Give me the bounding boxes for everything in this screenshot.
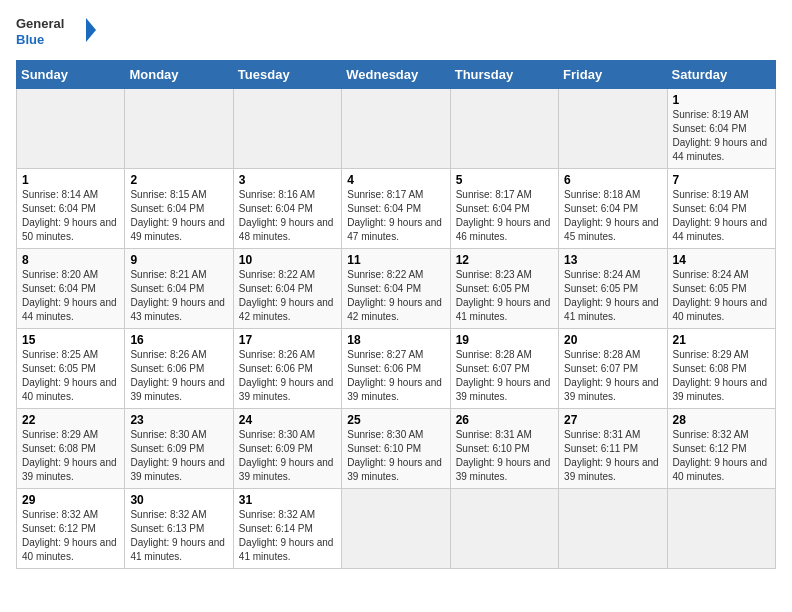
- day-number: 27: [564, 413, 661, 427]
- header: General Blue: [16, 12, 776, 52]
- day-number: 29: [22, 493, 119, 507]
- day-number: 15: [22, 333, 119, 347]
- day-number: 26: [456, 413, 553, 427]
- svg-text:Blue: Blue: [16, 32, 44, 47]
- day-number: 3: [239, 173, 336, 187]
- day-info: Sunrise: 8:30 AMSunset: 6:09 PMDaylight:…: [239, 429, 334, 482]
- calendar-cell: 3Sunrise: 8:16 AMSunset: 6:04 PMDaylight…: [233, 169, 341, 249]
- day-info: Sunrise: 8:24 AMSunset: 6:05 PMDaylight:…: [564, 269, 659, 322]
- calendar-cell: 18Sunrise: 8:27 AMSunset: 6:06 PMDayligh…: [342, 329, 450, 409]
- calendar-cell: 28Sunrise: 8:32 AMSunset: 6:12 PMDayligh…: [667, 409, 775, 489]
- week-row-1: 1Sunrise: 8:14 AMSunset: 6:04 PMDaylight…: [17, 169, 776, 249]
- calendar-cell: [667, 489, 775, 569]
- day-info: Sunrise: 8:26 AMSunset: 6:06 PMDaylight:…: [130, 349, 225, 402]
- day-info: Sunrise: 8:30 AMSunset: 6:10 PMDaylight:…: [347, 429, 442, 482]
- calendar-cell: 23Sunrise: 8:30 AMSunset: 6:09 PMDayligh…: [125, 409, 233, 489]
- day-number: 1: [22, 173, 119, 187]
- calendar-cell: 5Sunrise: 8:17 AMSunset: 6:04 PMDaylight…: [450, 169, 558, 249]
- calendar-cell: 8Sunrise: 8:20 AMSunset: 6:04 PMDaylight…: [17, 249, 125, 329]
- calendar-cell: 31Sunrise: 8:32 AMSunset: 6:14 PMDayligh…: [233, 489, 341, 569]
- calendar-cell: [450, 89, 558, 169]
- day-number: 24: [239, 413, 336, 427]
- day-info: Sunrise: 8:20 AMSunset: 6:04 PMDaylight:…: [22, 269, 117, 322]
- col-header-friday: Friday: [559, 61, 667, 89]
- day-number: 21: [673, 333, 770, 347]
- day-number: 7: [673, 173, 770, 187]
- calendar-cell: 2Sunrise: 8:15 AMSunset: 6:04 PMDaylight…: [125, 169, 233, 249]
- week-row-5: 29Sunrise: 8:32 AMSunset: 6:12 PMDayligh…: [17, 489, 776, 569]
- day-number: 31: [239, 493, 336, 507]
- calendar-cell: [125, 89, 233, 169]
- day-info: Sunrise: 8:22 AMSunset: 6:04 PMDaylight:…: [347, 269, 442, 322]
- day-info: Sunrise: 8:15 AMSunset: 6:04 PMDaylight:…: [130, 189, 225, 242]
- day-number: 19: [456, 333, 553, 347]
- day-info: Sunrise: 8:29 AMSunset: 6:08 PMDaylight:…: [673, 349, 768, 402]
- col-header-monday: Monday: [125, 61, 233, 89]
- calendar-cell: [233, 89, 341, 169]
- calendar-cell: 16Sunrise: 8:26 AMSunset: 6:06 PMDayligh…: [125, 329, 233, 409]
- day-number: 10: [239, 253, 336, 267]
- calendar-cell: 29Sunrise: 8:32 AMSunset: 6:12 PMDayligh…: [17, 489, 125, 569]
- day-number: 11: [347, 253, 444, 267]
- day-info: Sunrise: 8:31 AMSunset: 6:11 PMDaylight:…: [564, 429, 659, 482]
- calendar-cell: 27Sunrise: 8:31 AMSunset: 6:11 PMDayligh…: [559, 409, 667, 489]
- day-info: Sunrise: 8:14 AMSunset: 6:04 PMDaylight:…: [22, 189, 117, 242]
- day-number: 12: [456, 253, 553, 267]
- day-info: Sunrise: 8:32 AMSunset: 6:14 PMDaylight:…: [239, 509, 334, 562]
- col-header-sunday: Sunday: [17, 61, 125, 89]
- day-info: Sunrise: 8:27 AMSunset: 6:06 PMDaylight:…: [347, 349, 442, 402]
- calendar-cell: 9Sunrise: 8:21 AMSunset: 6:04 PMDaylight…: [125, 249, 233, 329]
- day-info: Sunrise: 8:22 AMSunset: 6:04 PMDaylight:…: [239, 269, 334, 322]
- day-info: Sunrise: 8:24 AMSunset: 6:05 PMDaylight:…: [673, 269, 768, 322]
- calendar-cell: 30Sunrise: 8:32 AMSunset: 6:13 PMDayligh…: [125, 489, 233, 569]
- day-info: Sunrise: 8:16 AMSunset: 6:04 PMDaylight:…: [239, 189, 334, 242]
- day-number: 28: [673, 413, 770, 427]
- svg-text:General: General: [16, 16, 64, 31]
- calendar-cell: [559, 89, 667, 169]
- day-number: 30: [130, 493, 227, 507]
- day-number: 9: [130, 253, 227, 267]
- calendar-cell: [17, 89, 125, 169]
- calendar-cell: 15Sunrise: 8:25 AMSunset: 6:05 PMDayligh…: [17, 329, 125, 409]
- calendar-table: SundayMondayTuesdayWednesdayThursdayFrid…: [16, 60, 776, 569]
- calendar-cell: 11Sunrise: 8:22 AMSunset: 6:04 PMDayligh…: [342, 249, 450, 329]
- day-info: Sunrise: 8:23 AMSunset: 6:05 PMDaylight:…: [456, 269, 551, 322]
- calendar-cell: 12Sunrise: 8:23 AMSunset: 6:05 PMDayligh…: [450, 249, 558, 329]
- logo-svg: General Blue: [16, 12, 96, 52]
- day-number: 17: [239, 333, 336, 347]
- calendar-header-row: SundayMondayTuesdayWednesdayThursdayFrid…: [17, 61, 776, 89]
- week-row-3: 15Sunrise: 8:25 AMSunset: 6:05 PMDayligh…: [17, 329, 776, 409]
- day-number: 5: [456, 173, 553, 187]
- calendar-cell: 13Sunrise: 8:24 AMSunset: 6:05 PMDayligh…: [559, 249, 667, 329]
- day-info: Sunrise: 8:28 AMSunset: 6:07 PMDaylight:…: [456, 349, 551, 402]
- calendar-cell: 1Sunrise: 8:19 AMSunset: 6:04 PMDaylight…: [667, 89, 775, 169]
- day-number: 1: [673, 93, 770, 107]
- calendar-cell: 7Sunrise: 8:19 AMSunset: 6:04 PMDaylight…: [667, 169, 775, 249]
- page-container: General Blue SundayMondayTuesdayWednesda…: [0, 0, 792, 581]
- day-info: Sunrise: 8:19 AMSunset: 6:04 PMDaylight:…: [673, 189, 768, 242]
- day-number: 23: [130, 413, 227, 427]
- day-number: 20: [564, 333, 661, 347]
- calendar-cell: 19Sunrise: 8:28 AMSunset: 6:07 PMDayligh…: [450, 329, 558, 409]
- calendar-cell: 14Sunrise: 8:24 AMSunset: 6:05 PMDayligh…: [667, 249, 775, 329]
- day-info: Sunrise: 8:29 AMSunset: 6:08 PMDaylight:…: [22, 429, 117, 482]
- week-row-4: 22Sunrise: 8:29 AMSunset: 6:08 PMDayligh…: [17, 409, 776, 489]
- day-info: Sunrise: 8:25 AMSunset: 6:05 PMDaylight:…: [22, 349, 117, 402]
- day-number: 18: [347, 333, 444, 347]
- day-info: Sunrise: 8:21 AMSunset: 6:04 PMDaylight:…: [130, 269, 225, 322]
- day-info: Sunrise: 8:17 AMSunset: 6:04 PMDaylight:…: [456, 189, 551, 242]
- col-header-thursday: Thursday: [450, 61, 558, 89]
- calendar-cell: 6Sunrise: 8:18 AMSunset: 6:04 PMDaylight…: [559, 169, 667, 249]
- calendar-cell: 21Sunrise: 8:29 AMSunset: 6:08 PMDayligh…: [667, 329, 775, 409]
- col-header-tuesday: Tuesday: [233, 61, 341, 89]
- calendar-cell: 20Sunrise: 8:28 AMSunset: 6:07 PMDayligh…: [559, 329, 667, 409]
- day-number: 4: [347, 173, 444, 187]
- calendar-cell: 26Sunrise: 8:31 AMSunset: 6:10 PMDayligh…: [450, 409, 558, 489]
- day-info: Sunrise: 8:32 AMSunset: 6:13 PMDaylight:…: [130, 509, 225, 562]
- day-info: Sunrise: 8:26 AMSunset: 6:06 PMDaylight:…: [239, 349, 334, 402]
- calendar-cell: [342, 89, 450, 169]
- day-info: Sunrise: 8:18 AMSunset: 6:04 PMDaylight:…: [564, 189, 659, 242]
- calendar-cell: [342, 489, 450, 569]
- calendar-cell: 24Sunrise: 8:30 AMSunset: 6:09 PMDayligh…: [233, 409, 341, 489]
- calendar-cell: 22Sunrise: 8:29 AMSunset: 6:08 PMDayligh…: [17, 409, 125, 489]
